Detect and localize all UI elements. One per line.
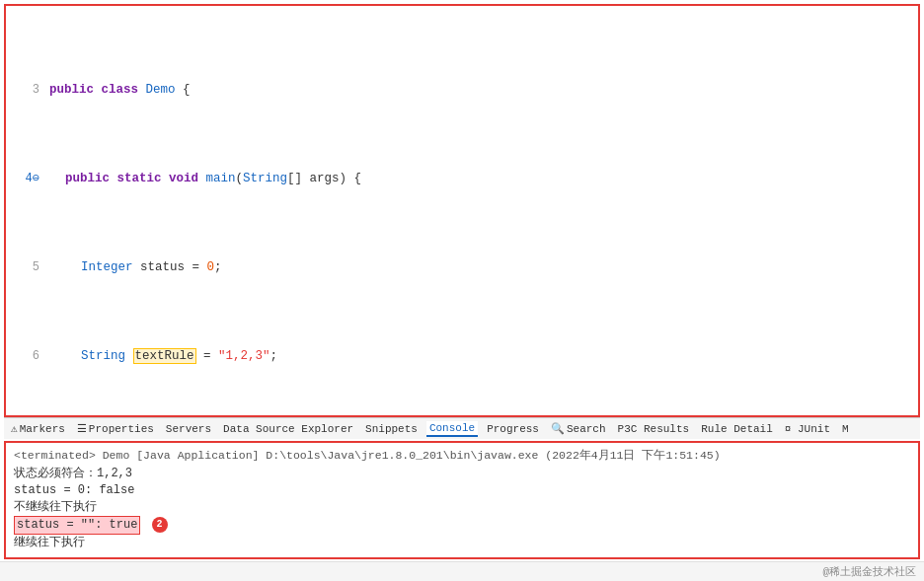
rule-label: Rule Detail: [701, 423, 773, 435]
code-body-4: public static void main(String[] args) {: [49, 170, 910, 187]
footer: @稀土掘金技术社区: [0, 561, 924, 581]
code-body-5: Integer status = 0;: [49, 258, 910, 276]
toolbar-progress[interactable]: Progress: [484, 422, 542, 436]
progress-label: Progress: [487, 423, 539, 435]
toolbar-snippets[interactable]: Snippets: [362, 422, 421, 436]
console-badge-2: 2: [152, 517, 168, 533]
toolbar-search[interactable]: 🔍 Search: [548, 421, 609, 436]
toolbar-p3c[interactable]: P3C Results: [615, 422, 693, 436]
markers-icon: ⚠: [11, 422, 18, 435]
console-line-2: status = 0: false: [14, 482, 910, 499]
code-line-4: 4⊖ public static void main(String[] args…: [14, 170, 910, 187]
code-editor: 3 public class Demo { 4⊖ public static v…: [4, 4, 920, 417]
line-num-5: 5: [14, 258, 39, 276]
code-body-3: public class Demo {: [49, 81, 910, 99]
toolbar-junit[interactable]: ¤ JUnit: [782, 422, 833, 436]
console-line-4: status = "": true 2: [14, 516, 910, 535]
toolbar-servers[interactable]: Servers: [163, 422, 214, 436]
search-label: Search: [567, 423, 606, 435]
console-line-3: 不继续往下执行: [14, 499, 910, 516]
console-label: Console: [429, 422, 475, 434]
code-line-3: 3 public class Demo {: [14, 81, 910, 99]
servers-label: Servers: [166, 423, 211, 435]
line-num-3: 3: [14, 81, 39, 99]
console-area: <terminated> Demo [Java Application] D:\…: [4, 441, 920, 559]
toolbar-properties[interactable]: ☰ Properties: [74, 421, 157, 436]
datasource-label: Data Source Explorer: [223, 423, 353, 435]
code-line-5: 5 Integer status = 0;: [14, 258, 910, 276]
brand-label: @稀土掘金技术社区: [822, 566, 916, 578]
console-output: 状态必须符合：1,2,3 status = 0: false 不继续往下执行 s…: [14, 466, 910, 551]
code-line-6: 6 String textRule = "1,2,3";: [14, 347, 910, 365]
console-highlight-status: status = "": true: [14, 516, 140, 535]
p3c-label: P3C Results: [618, 423, 690, 435]
toolbar-rule[interactable]: Rule Detail: [698, 422, 776, 436]
toolbar-markers[interactable]: ⚠ Markers: [8, 421, 68, 436]
console-header: <terminated> Demo [Java Application] D:\…: [14, 447, 910, 464]
bottom-toolbar: ⚠ Markers ☰ Properties Servers Data Sour…: [4, 417, 920, 439]
markers-label: Markers: [20, 423, 65, 435]
line-num-6: 6: [14, 347, 39, 365]
toolbar-console[interactable]: Console: [426, 421, 478, 437]
m-label: M: [842, 423, 849, 435]
main-container: 3 public class Demo { 4⊖ public static v…: [0, 0, 924, 581]
console-line-5: 继续往下执行: [14, 535, 910, 551]
code-text: 3 public class Demo { 4⊖ public static v…: [6, 6, 918, 415]
properties-label: Properties: [89, 423, 154, 435]
code-body-6: String textRule = "1,2,3";: [49, 347, 910, 365]
properties-icon: ☰: [77, 422, 87, 435]
console-line-1: 状态必须符合：1,2,3: [14, 466, 910, 482]
junit-label: ¤ JUnit: [785, 423, 830, 435]
snippets-label: Snippets: [365, 423, 418, 435]
toolbar-datasource[interactable]: Data Source Explorer: [220, 422, 356, 436]
line-num-4: 4⊖: [14, 170, 39, 187]
toolbar-m[interactable]: M: [839, 422, 852, 436]
search-icon: 🔍: [551, 422, 565, 435]
